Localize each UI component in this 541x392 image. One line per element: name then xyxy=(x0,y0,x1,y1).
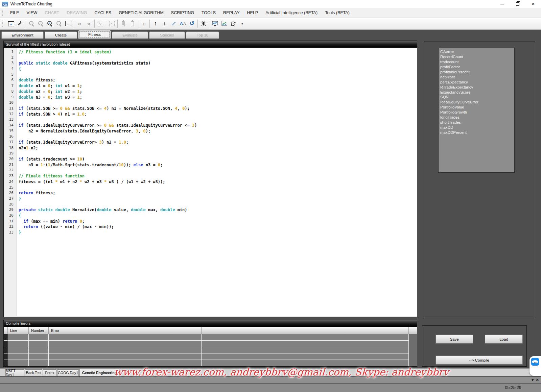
line-number: 27 xyxy=(4,196,17,202)
menu-item-replay[interactable]: REPLAY xyxy=(219,8,243,18)
variable-item-longtrades[interactable]: longTrades xyxy=(440,115,514,120)
tab-fitness[interactable]: Fitness xyxy=(78,30,111,39)
teamviewer-icon[interactable]: ↔ xyxy=(531,358,539,366)
collapse-strip-button[interactable]: ▾ xyxy=(532,378,534,382)
toolbar-overflow-icon[interactable]: ▾ xyxy=(238,19,247,28)
chart-monitor-icon[interactable] xyxy=(210,19,219,28)
new-chart-window-icon[interactable]: ★ xyxy=(6,19,16,28)
battery-full-icon[interactable] xyxy=(119,19,128,28)
variable-item-gaerror[interactable]: GAerror xyxy=(440,49,514,54)
variable-item-recordcount[interactable]: RecordCount xyxy=(440,54,514,59)
code-line: if (stats.tradecount >= 10) xyxy=(19,156,197,162)
arrow-down-icon[interactable]: ↓ xyxy=(160,19,169,28)
fit-width-icon[interactable]: ↔ xyxy=(64,19,73,28)
line-tool-icon[interactable] xyxy=(169,19,178,28)
history-icon[interactable]: ↺ xyxy=(187,19,196,28)
line-number: 21 xyxy=(4,162,17,168)
chart-tab-back-test[interactable]: Back Test xyxy=(25,369,42,376)
toolbar-separator xyxy=(149,20,150,28)
save-button[interactable]: Save xyxy=(436,335,473,344)
variable-item-shorttrades[interactable]: shortTrades xyxy=(440,120,514,125)
error-table-row xyxy=(4,341,417,347)
fast-forward-icon[interactable]: » xyxy=(84,19,93,28)
line-number: 9 xyxy=(4,95,17,100)
menu-item-tools[interactable]: TOOLS xyxy=(198,8,219,18)
load-button[interactable]: Load xyxy=(485,335,523,344)
variable-item-rtradeexpectancy[interactable]: RTradeExpectancy xyxy=(440,85,514,90)
selection-delete-icon[interactable]: ✕ xyxy=(107,19,116,28)
code-editor[interactable]: 1234567891011121314151617181920212223242… xyxy=(4,48,417,316)
arrow-up-icon[interactable]: ↑ xyxy=(151,19,160,28)
menu-item-chart: CHART xyxy=(41,8,63,18)
variable-item-sqn[interactable]: SQN xyxy=(440,95,514,100)
window-title: WhenToTrade Charting xyxy=(10,2,52,6)
variable-item-percexpectancy[interactable]: percExpectancy xyxy=(440,80,514,85)
variable-item-idealequitycurveerror[interactable]: IdealEquityCurveError xyxy=(440,100,514,105)
close-button[interactable]: ✕ xyxy=(525,0,541,8)
tab-create[interactable]: Create xyxy=(45,31,77,39)
close-strip-button[interactable]: ✕ xyxy=(536,378,539,382)
chart-tab-forex[interactable]: Forex xyxy=(43,369,56,376)
menu-item-help[interactable]: HELP xyxy=(243,8,262,18)
menu-item-scripting[interactable]: SCRIPTING xyxy=(167,8,198,18)
menu-item-tools-beta[interactable]: Tools (BETA) xyxy=(321,8,353,18)
tab-strip: EnvironmentCreateFitnessEvaluateSpeciesT… xyxy=(0,30,541,39)
variable-item-profitfactor[interactable]: profitFactor xyxy=(440,65,514,70)
code-line: } xyxy=(19,196,197,202)
code-line: return fitness; xyxy=(19,190,197,196)
spider-icon[interactable] xyxy=(199,19,208,28)
restore-button[interactable] xyxy=(510,0,525,8)
variable-item-maxdd[interactable]: maxDD xyxy=(440,125,514,130)
code-line xyxy=(19,117,197,123)
variable-item-maxddpercent[interactable]: maxDDPercent xyxy=(440,130,514,135)
code-area[interactable]: // Fitness function (1 = ideal system) p… xyxy=(17,48,197,316)
add-icon[interactable]: + xyxy=(139,19,148,28)
zoom-find-icon xyxy=(54,19,64,28)
menu-item-cycles[interactable]: CYCLES xyxy=(91,8,115,18)
column-header-number[interactable]: Number xyxy=(29,327,49,334)
selection-recycle-icon[interactable]: ↻ xyxy=(96,19,105,28)
code-line: if (stats.SQN > 4) n1 = 1.0; xyxy=(19,112,197,117)
variable-item-expectancyscore[interactable]: ExpectancyScore xyxy=(440,90,514,95)
column-header-error[interactable]: Error xyxy=(49,327,202,334)
variable-item-portfoliogrowth[interactable]: PortfolioGrowth xyxy=(440,110,514,115)
error-cell xyxy=(29,334,49,341)
line-number: 16 xyxy=(4,134,17,140)
error-cell xyxy=(202,353,409,360)
compile-errors-panel: Compile Errors LineNumberError xyxy=(3,320,417,367)
curve-chart-icon[interactable] xyxy=(219,19,229,28)
statistics-variable-list[interactable]: GAerrorRecordCounttradecountprofitFactor… xyxy=(438,48,515,173)
variable-item-tradecount[interactable]: tradecount xyxy=(440,59,514,65)
chart-tab-genetic-engineering[interactable]: Genetic Engineering xyxy=(79,369,119,377)
font-icon[interactable]: AA xyxy=(178,19,187,28)
variable-item-profitablepercent[interactable]: profitablePercent xyxy=(440,70,514,75)
alarm-clock-icon[interactable] xyxy=(229,19,238,28)
line-number: 28 xyxy=(4,202,17,207)
menu-item-genetic-algorithm[interactable]: GENETIC ALGORITHM xyxy=(115,8,167,18)
variable-item-netprofit[interactable]: netProfit xyxy=(440,75,514,80)
menu-item-file[interactable]: FILE xyxy=(6,8,23,18)
zoom-actual-icon xyxy=(27,19,36,28)
toolbar-grip-handle[interactable] xyxy=(2,21,4,27)
variable-item-portfoliovalue[interactable]: PortfolioValue xyxy=(440,105,514,110)
editor-panel-header: Survival of the fittest / Evolution rule… xyxy=(4,41,417,48)
code-line: if (stats.SQN >= 0 && stats.SQN <= 4) n1… xyxy=(19,106,197,112)
menu-item-view[interactable]: VIEW xyxy=(23,8,41,18)
chart-tab-goog-day1[interactable]: GOOG Day1 xyxy=(57,369,79,376)
tab-environment[interactable]: Environment xyxy=(1,31,44,39)
compile-button[interactable]: --> Compile xyxy=(436,356,523,365)
line-number: 12 xyxy=(4,112,17,117)
battery-empty-icon[interactable] xyxy=(128,19,137,28)
menu-item-drawing: DRAWING xyxy=(63,8,91,18)
compile-errors-header: Compile Errors xyxy=(4,320,417,327)
column-header-line[interactable]: Line xyxy=(8,327,29,334)
chart-tab-msft-day1[interactable]: MSFT Day1 xyxy=(5,369,24,376)
line-number: 6 xyxy=(4,77,17,83)
minimize-button[interactable] xyxy=(494,0,510,8)
rewind-icon[interactable]: « xyxy=(75,19,84,28)
menu-item-artificial-intelligence-beta[interactable]: Artificial Intelligence (BETA) xyxy=(262,8,321,18)
menu-grip-handle[interactable] xyxy=(2,10,4,16)
settings-wrench-icon[interactable] xyxy=(16,19,25,28)
line-number: 5 xyxy=(4,72,17,78)
zoom-in-icon[interactable]: + xyxy=(45,19,54,28)
